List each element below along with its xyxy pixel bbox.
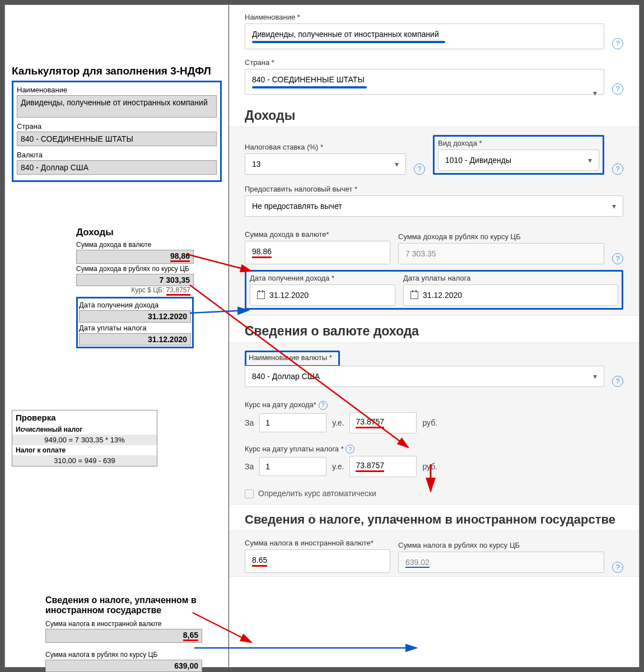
r-deduct-label: Предоставить налоговый вычет *	[245, 185, 623, 193]
r-country-label: Страна *	[245, 58, 623, 67]
ftax-fx-value: 8,65	[45, 629, 202, 643]
help-icon[interactable]: ?	[612, 376, 623, 387]
check-box: Проверка Исчисленный налог 949,00 = 7 30…	[12, 410, 157, 466]
pay-tax-value: 310,00 = 949 - 639	[12, 455, 157, 466]
check-header: Проверка	[12, 410, 157, 424]
help-icon[interactable]: ?	[612, 164, 623, 175]
dates-box-r: Дата получения дохода * 31.12.2020 Дата …	[245, 270, 623, 310]
r-rate2-label: Курс на дату уплаты налога * ?	[245, 445, 623, 454]
r-ftaxrub-label: Сумма налога в рублях по курсу ЦБ	[398, 541, 604, 549]
sum-rub-label: Сумма дохода в рублях по курсу ЦБ	[76, 264, 194, 274]
help-icon[interactable]: ?	[612, 562, 623, 573]
checkbox-icon	[245, 489, 254, 498]
ue-text: у.е.	[332, 462, 344, 471]
r-deduct-select[interactable]: Не предоставлять вычет	[245, 195, 623, 217]
income-type-box: Вид дохода * 1010 - Дивиденды	[433, 135, 604, 175]
r-sumrub-label: Сумма дохода в рублях по курсу ЦБ	[398, 232, 604, 241]
r-datetax-input[interactable]: 31.12.2020	[403, 284, 618, 306]
r-datetax-label: Дата уплаты налога	[403, 274, 618, 282]
currency-value: 840 - Доллар США	[17, 160, 217, 175]
name-value: Дивиденды, полученные от иностранных ком…	[17, 95, 217, 118]
r-cur-header: Сведения о валюте дохода	[229, 316, 639, 342]
ftax-fx-label: Сумма налога в иностранной валюте	[45, 619, 202, 629]
rub-text: руб.	[422, 462, 437, 471]
pay-tax-label: Налог к оплате	[12, 445, 157, 455]
r-ftaxfx-label: Сумма налога в иностранной валюте*	[245, 539, 390, 547]
ftax-rub-label: Сумма налога в рублях по курсу ЦБ	[45, 650, 202, 660]
rate1-value[interactable]: 73.8757	[349, 412, 417, 433]
calc-title: Калькулятор для заполнения 3-НДФЛ	[12, 65, 222, 77]
dates-box: Дата получения дохода 31.12.2020 Дата уп…	[76, 297, 194, 348]
r-rate1-label: Курс на дату дохода* ?	[245, 400, 623, 410]
help-icon[interactable]: ?	[346, 445, 354, 454]
r-ftaxrub-input: 639.02	[398, 552, 604, 573]
ftax-header: Сведения о налоге, уплаченном в иностран…	[45, 595, 202, 615]
rate2-value[interactable]: 73.8757	[349, 456, 417, 477]
za-text: За	[245, 418, 254, 427]
source-box: Наименование Дивиденды, полученные от ин…	[12, 81, 222, 182]
r-dateinc-input[interactable]: 31.12.2020	[250, 284, 395, 306]
calc-tax-value: 949,00 = 7 303,35 * 13%	[12, 435, 157, 445]
r-cur-select[interactable]: 840 - Доллар США	[245, 366, 604, 387]
r-sumfx-label: Сумма дохода в валюте*	[245, 230, 390, 239]
help-icon[interactable]: ?	[612, 83, 623, 95]
rate-note: Курс $ ЦБ: 73,8757	[76, 286, 194, 296]
r-type-label: Вид дохода *	[438, 139, 599, 147]
currency-label: Валюта	[17, 150, 217, 160]
sum-rub-value: 7 303,35	[76, 274, 194, 286]
income-block: Доходы Сумма дохода в валюте 98,86 Сумма…	[76, 227, 194, 348]
name-label: Наименование	[17, 85, 217, 95]
help-icon[interactable]: ?	[612, 38, 623, 49]
auto-checkbox[interactable]: Определить курс автоматически	[245, 488, 623, 498]
calendar-icon	[257, 291, 265, 299]
r-name-label: Наименование *	[245, 13, 623, 21]
rate1-unit[interactable]: 1	[259, 413, 326, 432]
help-icon[interactable]: ?	[319, 401, 328, 410]
r-ftaxfx-input[interactable]: 8.65	[245, 549, 390, 573]
r-name-input[interactable]: Дивиденды, полученные от иностранных ком…	[245, 24, 604, 49]
date-inc-label: Дата получения дохода	[79, 300, 191, 310]
country-label: Страна	[17, 121, 217, 132]
sum-fx-label: Сумма дохода в валюте	[76, 240, 194, 250]
date-inc-value: 31.12.2020	[79, 310, 191, 323]
ue-text: у.е.	[332, 418, 344, 427]
r-ftax-header: Сведения о налоге, уплаченном в иностран…	[229, 505, 639, 530]
help-icon[interactable]: ?	[414, 164, 425, 175]
foreign-tax-block: Сведения о налоге, уплаченном в иностран…	[45, 595, 202, 672]
calc-tax-label: Исчисленный налог	[12, 424, 157, 435]
r-cur-label: Наименование валюты *	[249, 353, 336, 362]
sum-fx-value: 98,86	[76, 250, 194, 264]
rate2-unit[interactable]: 1	[259, 457, 326, 476]
r-income-header: Доходы	[229, 100, 639, 127]
country-value: 840 - СОЕДИНЕННЫЕ ШТАТЫ	[17, 132, 217, 146]
r-country-select[interactable]: 840 - СОЕДИНЕННЫЕ ШТАТЫ	[245, 69, 604, 95]
income-header: Доходы	[76, 227, 194, 238]
calendar-icon	[410, 291, 418, 299]
help-icon[interactable]: ?	[612, 253, 623, 264]
za-text: За	[245, 462, 254, 471]
r-type-select[interactable]: 1010 - Дивиденды	[438, 150, 599, 171]
r-dateinc-label: Дата получения дохода *	[250, 274, 395, 282]
rub-text: руб.	[422, 418, 437, 427]
date-tax-label: Дата уплаты налога	[79, 323, 191, 333]
r-rate-select[interactable]: 13	[245, 153, 406, 175]
date-tax-value: 31.12.2020	[79, 333, 191, 346]
cur-name-box: Наименование валюты *	[245, 351, 340, 367]
r-sumrub-input: 7 303.35	[398, 243, 604, 264]
r-sumfx-input[interactable]: 98.86	[245, 241, 390, 264]
ftax-rub-value: 639,00	[45, 660, 202, 672]
r-rate-label: Налоговая ставка (%) *	[245, 143, 406, 151]
